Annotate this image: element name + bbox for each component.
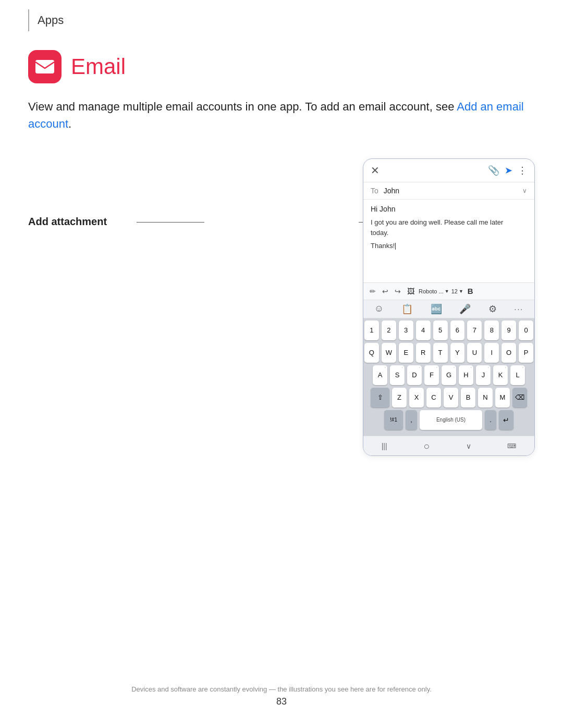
formatting-bar: ✏ ↩ ↪ 🖼 Roboto ... ▼ 12 ▼ B [363,282,534,300]
close-icon[interactable]: ✕ [371,164,380,177]
key-h[interactable]: Hˈ [459,365,473,385]
home-nav-icon[interactable]: ○ [423,440,430,452]
key-o[interactable]: O [501,343,516,363]
app-description: View and manage multiple email accounts … [28,98,535,132]
special-key[interactable]: !#1 [384,410,403,430]
to-name[interactable]: John [384,187,399,195]
email-app-icon [28,50,62,83]
keyboard-zxcv-row: ⇧ Z X C V B N M ⌫ [364,388,533,408]
phone-screen: ✕ 📎 ➤ ⋮ To John ∨ Hi John I got you are … [363,158,535,456]
keyboard: 1 2 3 4 5 6 7 8 9 0 Q W E R T [363,318,534,436]
more-tools-icon[interactable]: ··· [515,305,524,313]
shift-key[interactable]: ⇧ [371,388,389,408]
text-cursor [395,243,396,250]
key-0[interactable]: 0 [519,320,533,340]
key-f[interactable]: Fˈ [424,365,439,385]
key-5[interactable]: 5 [433,320,448,340]
space-key[interactable]: English (US) [420,410,482,430]
key-7[interactable]: 7 [467,320,482,340]
footer-disclaimer: Devices and software are constantly evol… [0,685,563,693]
attachment-icon[interactable]: 📎 [488,165,499,176]
page-footer: Devices and software are constantly evol… [0,685,563,707]
key-j[interactable]: Jˈ [476,365,491,385]
breadcrumb-label: Apps [38,14,64,27]
key-b[interactable]: B [461,388,475,408]
keyboard-asdf-row: Aˈ Sˈ Dˈ Fˈ Gˈ Hˈ Jˈ Kˈ Lˈ [364,365,533,385]
to-chevron-icon[interactable]: ∨ [522,187,527,194]
comma-key[interactable]: , [406,410,417,430]
back-nav-icon[interactable]: ||| [382,442,387,450]
key-a[interactable]: Aˈ [373,365,387,385]
key-z[interactable]: Z [392,388,407,408]
font-selector[interactable]: Roboto ... ▼ [419,288,449,294]
annotation-line-left [137,222,204,223]
email-body[interactable]: Hi John I got you are doing well. Please… [363,200,534,282]
emoji-icon[interactable]: ☺ [374,303,384,314]
email-body-line3: Thanks! [371,241,527,251]
period-key[interactable]: . [485,410,496,430]
key-l[interactable]: Lˈ [510,365,525,385]
app-title: Email [71,54,126,79]
toolbar-right: 📎 ➤ ⋮ [488,165,527,176]
compose-toolbar: ✕ 📎 ➤ ⋮ [363,159,534,182]
key-1[interactable]: 1 [364,320,379,340]
key-2[interactable]: 2 [382,320,396,340]
footer-page-number: 83 [0,696,563,707]
size-selector[interactable]: 12 ▼ [451,288,463,294]
to-label: To [371,187,378,195]
email-body-line1: I got you are doing well. Please call me… [371,217,527,228]
key-q[interactable]: Q [364,343,379,363]
email-content: I got you are doing well. Please call me… [371,217,527,251]
key-6[interactable]: 6 [450,320,465,340]
key-w[interactable]: W [382,343,396,363]
key-9[interactable]: 9 [501,320,516,340]
keyboard-qwerty-row: Q W E R T Y U I O P [364,343,533,363]
key-p[interactable]: P [519,343,533,363]
mic-icon[interactable]: 🎤 [459,303,471,315]
key-u[interactable]: U [467,343,482,363]
navigation-bar: ||| ○ ∨ ⌨ [363,436,534,455]
description-main: View and manage multiple email accounts … [28,100,454,113]
key-c[interactable]: C [426,388,441,408]
keyboard-numbers-row: 1 2 3 4 5 6 7 8 9 0 [364,320,533,340]
key-t[interactable]: T [433,343,448,363]
toolbar-left: ✕ [371,164,380,177]
add-attachment-label: Add attachment [28,216,107,228]
keyboard-hide-icon[interactable]: ⌨ [507,442,516,450]
key-i[interactable]: I [484,343,499,363]
key-3[interactable]: 3 [399,320,413,340]
enter-key[interactable]: ↵ [499,410,513,430]
description-period: . [68,117,71,130]
key-n[interactable]: N [478,388,493,408]
key-v[interactable]: V [444,388,458,408]
pencil-icon[interactable]: ✏ [368,286,378,297]
key-k[interactable]: Kˈ [493,365,508,385]
key-4[interactable]: 4 [416,320,431,340]
breadcrumb: Apps [28,9,563,31]
more-options-icon[interactable]: ⋮ [518,165,527,176]
key-g[interactable]: Gˈ [442,365,456,385]
clipboard-icon[interactable]: 📋 [401,303,413,315]
bold-button[interactable]: B [468,287,473,295]
recents-nav-icon[interactable]: ∨ [466,442,471,450]
send-icon[interactable]: ➤ [505,165,512,176]
sticker-icon[interactable]: 🔤 [431,303,442,315]
settings-icon[interactable]: ⚙ [488,303,497,315]
key-e[interactable]: E [399,343,413,363]
key-8[interactable]: 8 [484,320,499,340]
email-subject: Hi John [371,205,527,213]
keyboard-bottom-row: !#1 , English (US) . ↵ [364,410,533,430]
key-r[interactable]: R [416,343,431,363]
key-s[interactable]: Sˈ [390,365,405,385]
key-x[interactable]: X [409,388,424,408]
phone-mockup: ✕ 📎 ➤ ⋮ To John ∨ Hi John I got you are … [363,158,535,456]
keyboard-tools-row: ☺ 📋 🔤 🎤 ⚙ ··· [363,300,534,318]
email-body-line2: today. [371,228,527,238]
image-icon[interactable]: 🖼 [405,286,417,297]
key-m[interactable]: M [495,388,510,408]
redo-icon[interactable]: ↪ [393,286,403,297]
key-y[interactable]: Y [450,343,465,363]
backspace-key[interactable]: ⌫ [512,388,527,408]
undo-icon[interactable]: ↩ [380,286,390,297]
key-d[interactable]: Dˈ [407,365,422,385]
